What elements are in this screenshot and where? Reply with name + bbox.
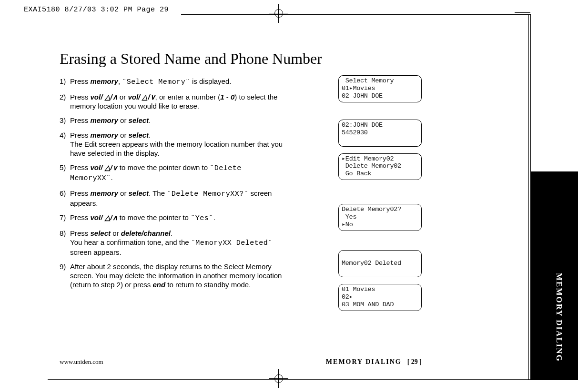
up-icon: ∧ — [112, 93, 118, 101]
lcd-screen-6: 01 Movies 02▸ 03 MOM AND DAD — [338, 284, 422, 311]
lcd-screen-4: Delete Memory02? Yes ▸No — [338, 204, 422, 231]
up-icon: ∧ — [112, 213, 118, 221]
page-footer: www.uniden.com MEMORY DIALING[ 29 ] — [60, 358, 422, 366]
registration-mark-top — [269, 4, 288, 23]
step-9: 9) After about 2 seconds, the display re… — [60, 262, 284, 289]
step-4: 4) Press memory or select. The Edit scre… — [60, 131, 284, 158]
lcd-screen-3: ▸Edit Memory02 Delete Memory02 Go Back — [338, 153, 422, 181]
lcd-screen-1: Select Memory 01▸Movies 02 JOHN DOE — [338, 75, 422, 102]
page-title: Erasing a Stored Name and Phone Number — [60, 50, 422, 68]
step-5: 5) Press vol/ △/∨ to move the pointer do… — [60, 163, 284, 183]
ringer-icon: △ — [105, 93, 111, 101]
step-1: 1) Press memory, ¨Select Memory¨ is disp… — [60, 77, 284, 87]
ringer-icon: △ — [105, 163, 111, 171]
footer-url: www.uniden.com — [60, 358, 103, 366]
registration-mark-bottom — [269, 369, 288, 388]
lcd-screen-5: Memory02 Deleted — [338, 250, 422, 277]
step-6: 6) Press memory or select. The ¨Delete M… — [60, 189, 284, 208]
step-3: 3) Press memory or select. — [60, 116, 284, 125]
section-tab: MEMORY DIALING — [531, 171, 578, 380]
lcd-screens: Select Memory 01▸Movies 02 JOHN DOE 02:J… — [338, 75, 422, 311]
lcd-screen-2: 02:JOHN DOE 5452930 — [338, 120, 422, 147]
footer-section: MEMORY DIALING[ 29 ] — [326, 358, 422, 366]
step-2: 2) Press vol/ △/∧ or vol/ △/∨, or enter … — [60, 93, 284, 111]
down-icon: ∨ — [150, 93, 155, 101]
ringer-icon: △ — [105, 213, 111, 221]
down-icon: ∨ — [112, 163, 118, 171]
section-tab-label: MEMORY DIALING — [554, 273, 564, 362]
page-number: [ 29 ] — [407, 358, 422, 365]
step-8: 8) Press select or delete/channel. You h… — [60, 229, 284, 257]
step-7: 7) Press vol/ △/∧ to move the pointer to… — [60, 213, 284, 223]
imposition-header: EXAI5180 8/27/03 3:02 PM Page 29 — [24, 6, 169, 14]
ringer-icon: △ — [142, 93, 148, 101]
